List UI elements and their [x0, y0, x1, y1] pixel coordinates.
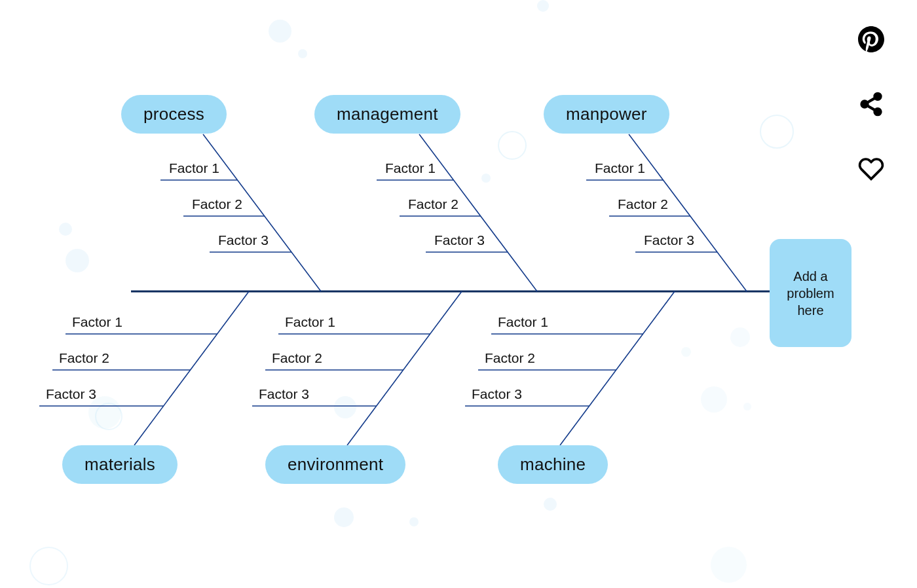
factor-label[interactable]: Factor 2	[408, 196, 458, 212]
factor-label[interactable]: Factor 3	[259, 386, 309, 402]
category-label: management	[337, 104, 438, 124]
svg-line-8	[629, 134, 747, 291]
factor-label[interactable]: Factor 2	[272, 350, 322, 366]
factor-label[interactable]: Factor 3	[472, 386, 522, 402]
category-pill-materials[interactable]: materials	[62, 445, 178, 484]
category-label: process	[143, 104, 204, 124]
category-pill-machine[interactable]: machine	[498, 445, 608, 484]
category-pill-manpower[interactable]: manpower	[544, 95, 669, 134]
factor-label[interactable]: Factor 1	[72, 314, 122, 330]
category-label: manpower	[566, 104, 647, 124]
category-pill-management[interactable]: management	[314, 95, 460, 134]
fishbone-diagram: process management manpower materials en…	[0, 0, 917, 588]
factor-label[interactable]: Factor 3	[218, 232, 269, 248]
category-pill-environment[interactable]: environment	[265, 445, 405, 484]
problem-head[interactable]: Add a problem here	[770, 239, 852, 347]
svg-line-7	[419, 134, 537, 291]
category-pill-process[interactable]: process	[121, 95, 227, 134]
factor-label[interactable]: Factor 1	[498, 314, 548, 330]
factor-label[interactable]: Factor 3	[644, 232, 694, 248]
category-label: machine	[520, 454, 586, 474]
factor-label[interactable]: Factor 2	[618, 196, 668, 212]
factor-label[interactable]: Factor 1	[285, 314, 335, 330]
svg-line-11	[560, 291, 675, 445]
factor-label[interactable]: Factor 1	[385, 160, 436, 176]
factor-label[interactable]: Factor 1	[169, 160, 219, 176]
factor-label[interactable]: Factor 3	[434, 232, 485, 248]
factor-label[interactable]: Factor 2	[192, 196, 242, 212]
factor-label[interactable]: Factor 2	[485, 350, 535, 366]
problem-head-label: Add a problem here	[776, 268, 845, 319]
svg-line-9	[134, 291, 249, 445]
factor-label[interactable]: Factor 1	[595, 160, 645, 176]
factor-label[interactable]: Factor 3	[46, 386, 96, 402]
svg-line-10	[347, 291, 462, 445]
category-label: environment	[288, 454, 383, 474]
factor-label[interactable]: Factor 2	[59, 350, 109, 366]
category-label: materials	[84, 454, 155, 474]
svg-line-6	[203, 134, 321, 291]
